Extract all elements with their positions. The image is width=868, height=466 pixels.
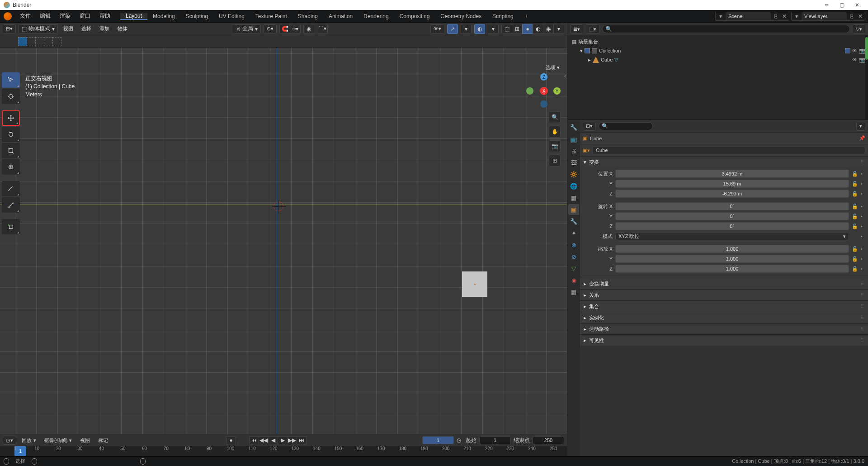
object-name-input[interactable]: Cube: [593, 146, 865, 154]
location-y-input[interactable]: 15.69 m: [615, 180, 849, 188]
timeline-ruler[interactable]: 1 11020304050607080901001101201301401501…: [0, 446, 567, 456]
prop-tab-modifiers[interactable]: 🔧: [568, 216, 579, 227]
panel-transform-header[interactable]: ▾ 变换⠿: [580, 157, 868, 167]
gizmo-dropdown[interactable]: ▾: [461, 24, 472, 34]
show-gizmo-toggle[interactable]: ↗: [447, 24, 458, 34]
prop-tab-particles[interactable]: ✦: [568, 228, 579, 238]
proportional-falloff-dropdown[interactable]: ⌒▾: [317, 24, 328, 34]
scale-y-input[interactable]: 1.000: [615, 255, 849, 263]
workspace-add-button[interactable]: ＋: [519, 12, 533, 20]
panel-relations-header[interactable]: ▸ 关系⠿: [580, 290, 868, 300]
gizmo-y-axis[interactable]: Y: [553, 87, 561, 95]
gizmo-z-axis[interactable]: Z: [540, 73, 547, 81]
menu-help[interactable]: 帮助: [95, 10, 115, 22]
pin-icon[interactable]: 📌: [859, 135, 865, 141]
panel-delta-header[interactable]: ▸ 变换增量⠿: [580, 278, 868, 289]
timeline-keying-menu[interactable]: 抠像(插帧) ▾: [42, 436, 75, 445]
shading-rendered[interactable]: ◉: [543, 24, 554, 34]
pivot-dropdown[interactable]: ⊙▾: [264, 24, 277, 33]
prop-tab-scene[interactable]: 🔆: [568, 169, 579, 180]
menu-render[interactable]: 渲染: [55, 10, 75, 22]
panel-collection-header[interactable]: ▸ 集合⠿: [580, 301, 868, 312]
jump-end-button[interactable]: ⏭: [297, 436, 307, 444]
lock-icon[interactable]: 🔓: [851, 190, 859, 198]
viewlayer-new-button[interactable]: ⎘: [847, 12, 856, 21]
lock-icon[interactable]: 🔓: [851, 180, 859, 188]
collection-enable-checkbox[interactable]: [585, 48, 590, 53]
editor-type-dropdown[interactable]: ⊞▾: [3, 24, 16, 33]
tool-transform[interactable]: [2, 159, 20, 175]
panel-instancing-header[interactable]: ▸ 实例化⠿: [580, 312, 868, 323]
play-reverse-button[interactable]: ◀: [268, 436, 278, 444]
prop-tab-material[interactable]: ◉: [568, 275, 579, 285]
tool-measure[interactable]: [2, 197, 20, 213]
location-x-input[interactable]: 3.4992 m: [615, 170, 849, 178]
jump-start-button[interactable]: ⏮: [249, 436, 259, 444]
keyframe-prev-button[interactable]: ◀◀: [259, 436, 269, 444]
viewport-options-dropdown[interactable]: 选项 ▾: [543, 63, 562, 72]
prop-tab-object[interactable]: ▣: [568, 204, 579, 215]
end-frame-field[interactable]: 250: [533, 436, 564, 444]
tool-scale[interactable]: [2, 143, 20, 158]
rotation-z-input[interactable]: 0°: [615, 222, 849, 230]
shading-dropdown[interactable]: ▾: [553, 24, 564, 34]
properties-search[interactable]: 🔍: [599, 122, 653, 130]
scene-name-input[interactable]: [726, 12, 771, 20]
workspace-tab-texture-paint[interactable]: Texture Paint: [250, 13, 292, 20]
sidebar-collapse-chevron[interactable]: ‹: [564, 73, 566, 79]
viewport-perspective-button[interactable]: ⊞: [549, 155, 561, 166]
prop-tab-world[interactable]: 🌐: [568, 181, 579, 191]
mode-selector[interactable]: ⬚物体模式▾: [19, 24, 58, 33]
snap-dropdown[interactable]: ┅▾: [290, 24, 301, 34]
workspace-tab-modeling[interactable]: Modeling: [147, 13, 180, 20]
outliner-scrollbar[interactable]: [865, 35, 868, 119]
workspace-tab-compositing[interactable]: Compositing: [394, 13, 435, 20]
xray-toggle[interactable]: ⬚: [501, 24, 512, 34]
workspace-tab-shading[interactable]: Shading: [292, 13, 323, 20]
prop-tab-viewlayer[interactable]: 🖼: [568, 157, 579, 168]
lock-icon[interactable]: 🔓: [851, 170, 859, 178]
autokey-toggle[interactable]: ●: [226, 436, 236, 444]
shading-wireframe[interactable]: ⊞: [512, 24, 523, 34]
viewport-camera-button[interactable]: 📷: [549, 140, 561, 152]
viewlayer-delete-button[interactable]: ✕: [856, 12, 865, 21]
window-close-button[interactable]: ✕: [854, 1, 861, 9]
outliner-display-dropdown[interactable]: ⬚▾: [586, 24, 599, 33]
workspace-tab-sculpting[interactable]: Sculpting: [180, 13, 213, 20]
orientation-selector[interactable]: ⤮全局▾: [233, 24, 261, 33]
prop-tab-output[interactable]: 🖨: [568, 145, 579, 156]
disclosure-icon[interactable]: ▾: [580, 48, 583, 54]
header-select-menu[interactable]: 选择: [79, 24, 94, 33]
tool-move[interactable]: [2, 110, 20, 126]
tool-rotate[interactable]: [2, 127, 20, 142]
window-minimize-button[interactable]: ━: [823, 1, 830, 9]
rotation-y-input[interactable]: 0°: [615, 212, 849, 220]
timeline-view-menu[interactable]: 视图: [77, 436, 93, 445]
panel-motionpaths-header[interactable]: ▸ 运动路径⠿: [580, 323, 868, 334]
scene-new-button[interactable]: ⎘: [771, 12, 780, 21]
header-view-menu[interactable]: 视图: [61, 24, 76, 33]
prop-tab-data[interactable]: ▽: [568, 263, 579, 274]
viewlayer-browse-icon[interactable]: ▾: [792, 13, 802, 19]
viewport-pan-button[interactable]: ✋: [549, 126, 561, 138]
start-frame-field[interactable]: 1: [479, 436, 511, 444]
shading-solid[interactable]: ●: [522, 24, 533, 34]
workspace-tab-geometry-nodes[interactable]: Geometry Nodes: [435, 13, 487, 20]
keyframe-next-button[interactable]: ▶▶: [287, 436, 297, 444]
eye-icon[interactable]: 👁: [852, 48, 857, 54]
gizmo-xneg-axis[interactable]: [526, 87, 533, 95]
tool-add-cube[interactable]: [2, 219, 20, 234]
header-object-menu[interactable]: 物体: [115, 24, 130, 33]
panel-visibility-header[interactable]: ▸ 可见性⠿: [580, 335, 868, 346]
rotation-mode-dropdown[interactable]: XYZ 欧拉▾: [615, 232, 849, 240]
gizmo-zneg-axis[interactable]: [540, 100, 547, 108]
scale-z-input[interactable]: 1.000: [615, 265, 849, 273]
outliner-cube[interactable]: ▸ Cube ▽ 👁 📷: [570, 55, 865, 64]
scale-x-input[interactable]: 1.000: [615, 245, 849, 253]
disclosure-icon[interactable]: ▸: [588, 57, 591, 63]
menu-file[interactable]: 文件: [15, 10, 35, 22]
tool-cursor[interactable]: [2, 89, 20, 104]
prop-tab-render[interactable]: 📺: [568, 133, 579, 144]
prop-tab-physics[interactable]: ⊚: [568, 239, 579, 250]
lock-icon[interactable]: 🔓: [851, 265, 859, 273]
